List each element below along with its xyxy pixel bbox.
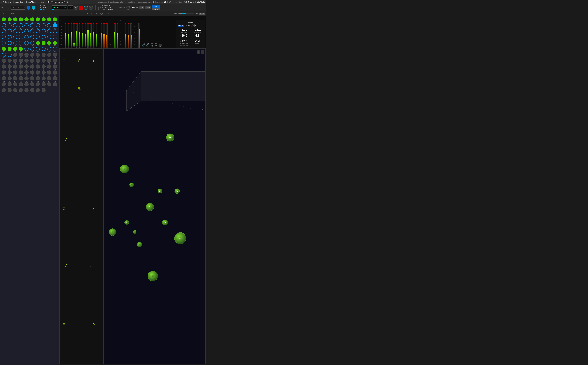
object-sphere-56[interactable]: 56 <box>162 219 168 225</box>
object-item-35[interactable]: 35 <box>24 35 29 41</box>
object-item-41[interactable]: 41 <box>1 41 7 47</box>
object-item-7[interactable]: 7 <box>35 17 41 23</box>
object-item-98[interactable]: 98 <box>41 70 46 76</box>
object-item-115[interactable]: 115 <box>24 82 29 88</box>
object-item-30[interactable]: 30 <box>52 29 58 35</box>
object-item-22[interactable]: 22 <box>7 29 12 35</box>
object-item-1[interactable]: 1 <box>1 17 7 23</box>
object-item-46[interactable]: 46 <box>30 41 35 47</box>
object-item-10[interactable]: 10 <box>52 17 58 23</box>
object-item-24[interactable]: 24 <box>18 29 24 35</box>
object-item-8[interactable]: 8 <box>41 17 46 23</box>
object-item-2[interactable]: 2 <box>7 17 12 23</box>
object-item-116[interactable]: 116 <box>30 82 35 88</box>
object-item-58[interactable]: 58 <box>41 47 46 52</box>
object-sphere-58[interactable]: 58 <box>175 189 180 194</box>
object-item-6[interactable]: 6 <box>30 17 35 23</box>
object-item-20[interactable]: 20 <box>52 23 58 29</box>
object-item-74[interactable]: 74 <box>18 59 24 64</box>
object-item-110[interactable]: 110 <box>52 76 58 82</box>
object-item-86[interactable]: 86 <box>30 64 35 70</box>
object-item-57[interactable]: 57 <box>35 47 41 52</box>
object-item-65[interactable]: 65 <box>24 53 29 58</box>
object-item-62[interactable]: 62 <box>7 53 12 58</box>
object-item-51[interactable]: 51 <box>1 47 7 52</box>
object-item-29[interactable]: 29 <box>47 29 52 35</box>
object-item-4[interactable]: 4 <box>18 17 24 23</box>
object-item-127[interactable]: 127 <box>35 88 41 94</box>
object-item-38[interactable]: 38 <box>41 35 46 41</box>
object-item-5[interactable]: 5 <box>24 17 29 23</box>
object-item-43[interactable]: 43 <box>13 41 18 47</box>
object-item-73[interactable]: 73 <box>13 59 18 64</box>
object-item-92[interactable]: 92 <box>7 70 12 76</box>
object-item-75[interactable]: 75 <box>24 59 29 64</box>
object-item-19[interactable]: 19 <box>47 23 52 29</box>
object-item-15[interactable]: 15 <box>24 23 29 29</box>
server-dropdown[interactable]: MRSVs-Mac-mini.local <box>47 1 66 3</box>
tab-objects[interactable]: Objects <box>8 12 16 15</box>
object-sphere-60[interactable]: 60 <box>158 189 162 193</box>
object-item-119[interactable]: 119 <box>47 82 52 88</box>
object-item-117[interactable]: 117 <box>35 82 41 88</box>
object-item-100[interactable]: 100 <box>52 70 58 76</box>
attenuation-knob[interactable] <box>126 6 131 10</box>
object-item-31[interactable]: 31 <box>1 35 7 41</box>
object-item-68[interactable]: 68 <box>41 53 46 58</box>
object-item-124[interactable]: 124 <box>18 88 24 94</box>
object-sphere-47[interactable]: 47 <box>109 228 116 236</box>
object-item-40[interactable]: 40 <box>52 35 58 41</box>
object-item-60[interactable]: 60 <box>52 47 58 52</box>
object-item-59[interactable]: 59 <box>47 47 52 52</box>
refresh-btn[interactable]: ↺ <box>32 6 35 10</box>
object-item-55[interactable]: 55 <box>24 47 29 52</box>
cpu-info-icon[interactable]: ℹ <box>202 13 205 15</box>
dim-btn[interactable]: Dim <box>140 6 144 9</box>
object-item-47[interactable]: 47 <box>35 41 41 47</box>
transport-progress[interactable] <box>52 9 59 10</box>
object-item-21[interactable]: 21 <box>1 29 7 35</box>
monitoring-dropdown[interactable]: Physical Binaural Stereo <box>11 6 26 10</box>
object-item-25[interactable]: 25 <box>24 29 29 35</box>
object-sphere-52[interactable]: 52 <box>166 133 174 141</box>
object-item-18[interactable]: 18 <box>41 23 46 29</box>
object-item-17[interactable]: 17 <box>35 23 41 29</box>
object-sphere-50[interactable]: 50 <box>174 232 186 244</box>
object-item-23[interactable]: 23 <box>13 29 18 35</box>
object-item-52[interactable]: 52 <box>7 47 12 52</box>
object-item-81[interactable]: 81 <box>1 64 7 70</box>
object-item-93[interactable]: 93 <box>13 70 18 76</box>
object-item-128[interactable]: 128 <box>41 88 46 94</box>
object-item-9[interactable]: 9 <box>47 17 52 23</box>
object-item-125[interactable]: 125 <box>24 88 29 94</box>
object-item-36[interactable]: 36 <box>30 35 35 41</box>
object-item-49[interactable]: 49 <box>47 41 52 47</box>
object-item-91[interactable]: 91 <box>1 70 7 76</box>
object-item-11[interactable]: 11 <box>1 23 7 29</box>
object-item-76[interactable]: 76 <box>30 59 35 64</box>
input-radio[interactable]: Input <box>40 7 47 8</box>
object-item-102[interactable]: 102 <box>7 76 12 82</box>
object-item-120[interactable]: 120 <box>52 82 58 88</box>
object-item-80[interactable]: 80 <box>52 59 58 64</box>
object-item-126[interactable]: 126 <box>30 88 35 94</box>
object-item-122[interactable]: 122 <box>7 88 12 94</box>
channel-count-btn[interactable]: 48 <box>27 6 30 10</box>
stop-btn[interactable]: ■ <box>79 6 83 10</box>
object-item-42[interactable]: 42 <box>7 41 12 47</box>
object-item-121[interactable]: 121 <box>1 88 7 94</box>
object-item-114[interactable]: 114 <box>18 82 24 88</box>
loudness-play-btn[interactable]: ▶ <box>191 24 194 27</box>
object-item-111[interactable]: 111 <box>1 82 7 88</box>
object-item-16[interactable]: 16 <box>30 23 35 29</box>
object-item-105[interactable]: 105 <box>24 76 29 82</box>
object-sphere-49[interactable]: 49 <box>148 271 158 281</box>
rewind-btn[interactable]: ↺ <box>74 6 78 10</box>
object-item-103[interactable]: 103 <box>13 76 18 82</box>
object-item-123[interactable]: 123 <box>13 88 18 94</box>
object-item-66[interactable]: 66 <box>30 53 35 58</box>
object-sphere-55[interactable]: 55 <box>129 182 134 187</box>
object-item-83[interactable]: 83 <box>13 64 18 70</box>
object-item-13[interactable]: 13 <box>13 23 18 29</box>
object-sphere-51[interactable]: 51 <box>120 165 129 173</box>
